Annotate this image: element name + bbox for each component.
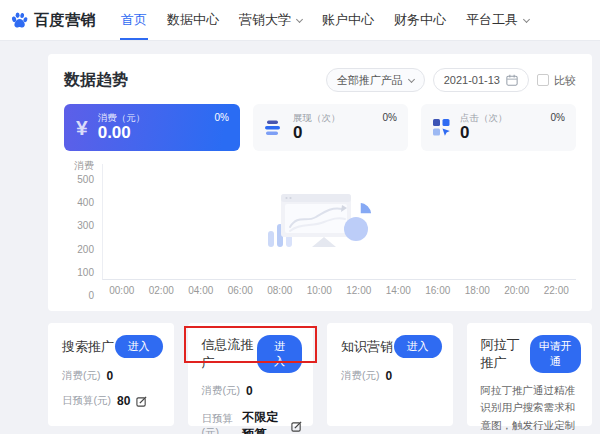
nav-item-platform-tools[interactable]: 平台工具 — [456, 0, 539, 40]
compare-control: 比较 — [537, 73, 576, 88]
bars-icon — [265, 120, 283, 136]
y-tick: 0 — [88, 291, 94, 301]
card-row: 日预算(元) 80 — [62, 394, 163, 408]
grid-cursor-icon — [433, 119, 450, 136]
main-nav: 首页 数据中心 营销大学 账户中心 财务中心 平台工具 — [111, 0, 539, 40]
x-tick: 00:00 — [102, 285, 142, 296]
chevron-down-icon — [296, 15, 303, 22]
stat-card-clicks[interactable]: 点击（次） 0 0% — [421, 104, 576, 151]
card-aladdin-promotion: 阿拉丁推广 申请开通 阿拉丁推广通过精准识别用户搜索需求和意图，触发行业定制化的… — [467, 323, 593, 426]
card-header: 知识营销 进入 — [341, 335, 442, 358]
edit-icon[interactable] — [136, 396, 147, 407]
stat-value: 0 — [460, 123, 508, 143]
panel-title: 数据趋势 — [64, 70, 128, 91]
chevron-down-icon — [408, 75, 415, 82]
card-header: 搜索推广 进入 — [62, 335, 163, 358]
enter-button[interactable]: 进入 — [257, 335, 302, 373]
nav-item-finance-center[interactable]: 财务中心 — [384, 0, 456, 40]
enter-button[interactable]: 进入 — [115, 335, 163, 358]
stat-cards: ¥ 消费（元） 0.00 0% 展现（次） 0 0% — [64, 104, 576, 151]
y-axis-title: 消费 — [74, 159, 94, 175]
apply-button[interactable]: 申请开通 — [530, 335, 581, 373]
product-cards: 搜索推广 进入 消费(元) 0 日预算(元) 80 信息流推广 进入 消费(元)… — [48, 323, 592, 426]
card-row: 日预算(元) 不限定预算 — [202, 409, 303, 434]
y-tick: 400 — [77, 198, 94, 208]
x-tick: 06:00 — [221, 285, 261, 296]
nav-item-label: 首页 — [121, 11, 147, 29]
row-label: 消费(元) — [341, 369, 380, 383]
row-label: 消费(元) — [62, 369, 101, 383]
x-tick: 20:00 — [497, 285, 537, 296]
x-tick: 08:00 — [260, 285, 300, 296]
stat-value: 0.00 — [98, 123, 146, 143]
x-tick: 02:00 — [142, 285, 182, 296]
card-title: 阿拉丁推广 — [481, 336, 530, 372]
compare-checkbox[interactable] — [537, 74, 549, 86]
row-label: 消费(元) — [202, 384, 241, 398]
row-value: 不限定预算 — [242, 409, 285, 434]
x-tick: 10:00 — [300, 285, 340, 296]
date-picker[interactable]: 2021-01-13 — [433, 68, 529, 92]
x-tick: 22:00 — [537, 285, 577, 296]
card-feed-promotion: 信息流推广 进入 消费(元) 0 日预算(元) 不限定预算 — [188, 323, 314, 426]
row-value: 0 — [246, 384, 253, 398]
card-header: 信息流推广 进入 — [202, 335, 303, 373]
brand-name: 百度营销 — [34, 11, 96, 30]
x-tick: 16:00 — [418, 285, 458, 296]
y-ticks: 500 400 300 200 100 0 — [77, 175, 94, 301]
card-row: 消费(元) 0 — [341, 369, 442, 383]
nav-item-label: 数据中心 — [167, 11, 219, 29]
calendar-icon — [506, 74, 518, 86]
card-search-promotion: 搜索推广 进入 消费(元) 0 日预算(元) 80 — [48, 323, 174, 426]
nav-item-label: 平台工具 — [466, 11, 518, 29]
stat-label: 展现（次） — [293, 112, 341, 123]
stat-percent: 0% — [215, 112, 229, 123]
card-title: 搜索推广 — [62, 338, 114, 356]
nav-item-data-center[interactable]: 数据中心 — [157, 0, 229, 40]
y-tick: 500 — [77, 175, 94, 185]
panel-controls: 全部推广产品 2021-01-13 比较 — [326, 68, 576, 92]
nav-item-label: 财务中心 — [394, 11, 446, 29]
plot-wrap: 00:00 02:00 04:00 06:00 08:00 10:00 12:0… — [102, 159, 576, 301]
nav-item-account-center[interactable]: 账户中心 — [312, 0, 384, 40]
trend-chart: 消费 500 400 300 200 100 0 — [64, 159, 576, 301]
x-tick: 18:00 — [458, 285, 498, 296]
y-tick: 100 — [77, 268, 94, 278]
stat-label: 消费（元） — [98, 112, 146, 123]
row-label: 日预算(元) — [62, 394, 111, 408]
yuan-icon: ¥ — [76, 116, 88, 140]
card-description: 阿拉丁推广通过精准识别用户搜索需求和意图，触发行业定制化的搜索特型结果。 — [481, 382, 582, 434]
plot-area — [102, 164, 576, 280]
top-navbar: 百度营销 首页 数据中心 营销大学 账户中心 财务中心 平台工具 — [0, 0, 600, 41]
enter-button[interactable]: 进入 — [394, 335, 442, 358]
panel-header: 数据趋势 全部推广产品 2021-01-13 比较 — [64, 68, 576, 92]
edit-icon[interactable] — [291, 421, 302, 432]
nav-item-marketing-academy[interactable]: 营销大学 — [229, 0, 312, 40]
stat-card-cost[interactable]: ¥ 消费（元） 0.00 0% — [64, 104, 240, 151]
product-filter-value: 全部推广产品 — [337, 73, 403, 88]
compare-label: 比较 — [554, 73, 576, 88]
row-value: 0 — [386, 369, 393, 383]
card-knowledge-marketing: 知识营销 进入 消费(元) 0 — [327, 323, 453, 426]
empty-state-illustration — [268, 194, 376, 254]
x-tick: 12:00 — [339, 285, 379, 296]
row-value: 0 — [107, 369, 114, 383]
stat-percent: 0% — [551, 112, 565, 123]
baidu-logo-icon — [10, 11, 29, 30]
y-axis: 消费 500 400 300 200 100 0 — [64, 159, 102, 301]
card-header: 阿拉丁推广 申请开通 — [481, 335, 582, 373]
stat-label: 点击（次） — [460, 112, 508, 123]
date-value: 2021-01-13 — [444, 74, 500, 86]
x-tick: 14:00 — [379, 285, 419, 296]
card-title: 知识营销 — [341, 338, 393, 356]
card-row: 消费(元) 0 — [202, 384, 303, 398]
x-axis: 00:00 02:00 04:00 06:00 08:00 10:00 12:0… — [102, 285, 576, 296]
product-filter-select[interactable]: 全部推广产品 — [326, 68, 425, 92]
x-tick: 04:00 — [181, 285, 221, 296]
stat-card-impressions[interactable]: 展现（次） 0 0% — [253, 104, 408, 151]
row-label: 日预算(元) — [202, 412, 237, 434]
nav-item-home[interactable]: 首页 — [111, 0, 157, 40]
brand[interactable]: 百度营销 — [10, 11, 96, 30]
y-tick: 300 — [77, 221, 94, 231]
nav-item-label: 账户中心 — [322, 11, 374, 29]
